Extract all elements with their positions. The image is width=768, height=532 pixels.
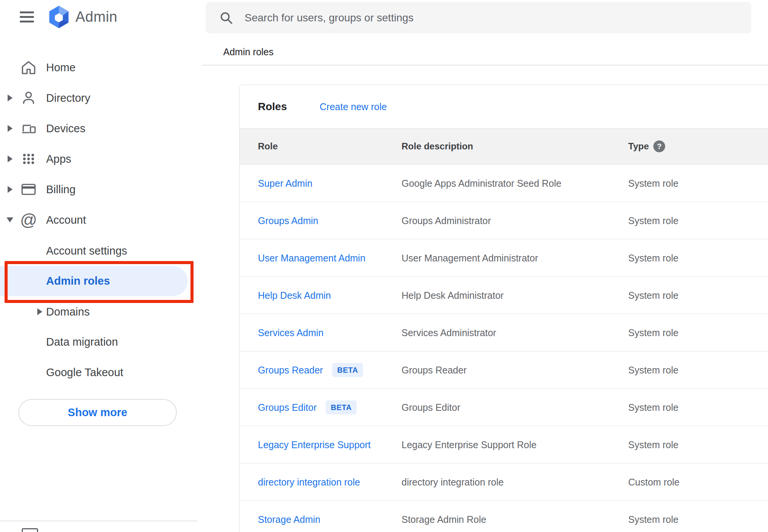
- breadcrumb: Admin roles: [223, 46, 274, 58]
- apps-grid-icon: [20, 151, 37, 167]
- role-link[interactable]: Help Desk Admin: [258, 290, 331, 301]
- table-row: Legacy Enterprise Support Legacy Enterpr…: [240, 426, 768, 463]
- sidebar-item-label: Billing: [46, 183, 75, 196]
- sidebar-item-label: Home: [46, 61, 75, 74]
- role-link[interactable]: Groups Editor: [258, 402, 317, 413]
- sidebar-item-data-migration[interactable]: Data migration: [0, 327, 202, 357]
- role-link[interactable]: User Management Admin: [258, 252, 365, 263]
- expand-caret-icon[interactable]: [8, 155, 13, 162]
- sidebar-item-home[interactable]: Home: [0, 52, 202, 83]
- sidebar: Home Directory Devices: [0, 0, 202, 532]
- sidebar-item-label: Account settings: [46, 245, 127, 257]
- sidebar-item-account[interactable]: @ Account: [0, 205, 202, 235]
- sidebar-item-label: Google Takeout: [46, 366, 123, 379]
- role-type: Custom role: [628, 476, 680, 487]
- role-description: Groups Editor: [402, 402, 460, 413]
- expand-caret-icon[interactable]: [37, 308, 42, 315]
- role-description: Groups Reader: [402, 364, 467, 375]
- role-description: Help Desk Administrator: [402, 290, 504, 301]
- role-type: System role: [628, 439, 678, 450]
- expand-caret-icon[interactable]: [8, 95, 13, 101]
- role-type: System role: [628, 178, 678, 189]
- role-link[interactable]: Super Admin: [258, 178, 312, 189]
- sidebar-item-billing[interactable]: Billing: [0, 174, 202, 205]
- table-row: Help Desk Admin Help Desk Administrator …: [240, 277, 768, 314]
- beta-badge: BETA: [326, 400, 357, 414]
- table-row: User Management Admin User Management Ad…: [240, 239, 768, 277]
- sidebar-item-apps[interactable]: Apps: [0, 144, 202, 174]
- search-bar[interactable]: [206, 2, 751, 34]
- role-link[interactable]: Services Admin: [258, 327, 323, 338]
- sidebar-divider: [0, 521, 197, 521]
- role-type: System role: [628, 252, 678, 263]
- table-row: Super Admin Google Apps Administrator Se…: [240, 165, 768, 202]
- role-description: Legacy Enterprise Support Role: [402, 439, 536, 450]
- table-row: directory integration role directory int…: [240, 463, 768, 501]
- sidebar-item-label: Domains: [46, 306, 90, 318]
- expand-caret-icon[interactable]: [8, 125, 13, 132]
- column-header-description: Role description: [402, 141, 473, 152]
- table-row: Storage Admin Storage Admin Role System …: [240, 501, 768, 532]
- table-row: Services Admin Services Administrator Sy…: [240, 314, 768, 351]
- role-description: Services Administrator: [402, 327, 496, 338]
- role-description: Storage Admin Role: [402, 514, 486, 525]
- sidebar-item-admin-roles[interactable]: Admin roles: [0, 266, 202, 296]
- sidebar-item-account-settings[interactable]: Account settings: [0, 236, 202, 266]
- sidebar-item-domains[interactable]: Domains: [0, 296, 202, 327]
- roles-card: Roles Create new role Role Role descript…: [239, 85, 768, 532]
- column-header-type: Type: [628, 141, 649, 152]
- role-description: Groups Administrator: [402, 215, 491, 226]
- help-icon[interactable]: ?: [653, 141, 665, 152]
- table-row: Groups Editor BETA Groups Editor System …: [240, 389, 768, 426]
- home-icon: [20, 59, 37, 76]
- sidebar-item-label: Data migration: [46, 336, 118, 348]
- role-link[interactable]: directory integration role: [258, 476, 360, 487]
- card-title: Roles: [258, 101, 287, 113]
- role-type: System role: [628, 215, 678, 226]
- role-link[interactable]: Groups Admin: [258, 215, 318, 226]
- role-link[interactable]: Groups Reader: [258, 364, 323, 375]
- role-description: Google Apps Administrator Seed Role: [402, 178, 562, 189]
- role-link[interactable]: Legacy Enterprise Support: [258, 439, 371, 450]
- collapse-caret-icon[interactable]: [6, 218, 13, 223]
- expand-caret-icon[interactable]: [8, 186, 13, 193]
- credit-card-icon: [20, 181, 37, 198]
- role-link[interactable]: Storage Admin: [258, 514, 320, 525]
- role-type: System role: [628, 327, 678, 338]
- search-icon: [219, 10, 234, 26]
- role-type: System role: [628, 514, 678, 525]
- sidebar-item-label: Directory: [46, 92, 90, 104]
- role-type: System role: [628, 364, 678, 375]
- beta-badge: BETA: [332, 363, 363, 377]
- at-sign-icon: @: [19, 210, 38, 229]
- sidebar-item-label: Devices: [46, 122, 85, 135]
- sidebar-item-label: Account: [46, 214, 86, 226]
- show-more-button[interactable]: Show more: [18, 399, 177, 426]
- table-row: Groups Admin Groups Administrator System…: [240, 202, 768, 239]
- role-type: System role: [628, 402, 678, 413]
- sidebar-item-label: Admin roles: [46, 275, 110, 287]
- sidebar-item-google-takeout[interactable]: Google Takeout: [0, 357, 202, 388]
- search-input[interactable]: [244, 11, 744, 24]
- roles-card-header: Roles Create new role: [240, 85, 768, 128]
- column-header-role: Role: [258, 141, 278, 152]
- sidebar-item-label: Apps: [46, 153, 71, 165]
- create-new-role-link[interactable]: Create new role: [320, 101, 387, 112]
- role-description: directory integration role: [402, 476, 504, 487]
- devices-icon: [20, 120, 37, 137]
- table-row: Groups Reader BETA Groups Reader System …: [240, 351, 768, 389]
- partial-rules-icon: [22, 528, 38, 532]
- person-icon: [20, 90, 37, 106]
- role-description: User Management Administrator: [402, 252, 538, 263]
- table-header-row: Role Role description Type ?: [240, 128, 768, 165]
- sidebar-item-directory[interactable]: Directory: [0, 83, 202, 113]
- role-type: System role: [628, 290, 678, 301]
- header-divider: [202, 65, 768, 66]
- sidebar-item-devices[interactable]: Devices: [0, 113, 202, 144]
